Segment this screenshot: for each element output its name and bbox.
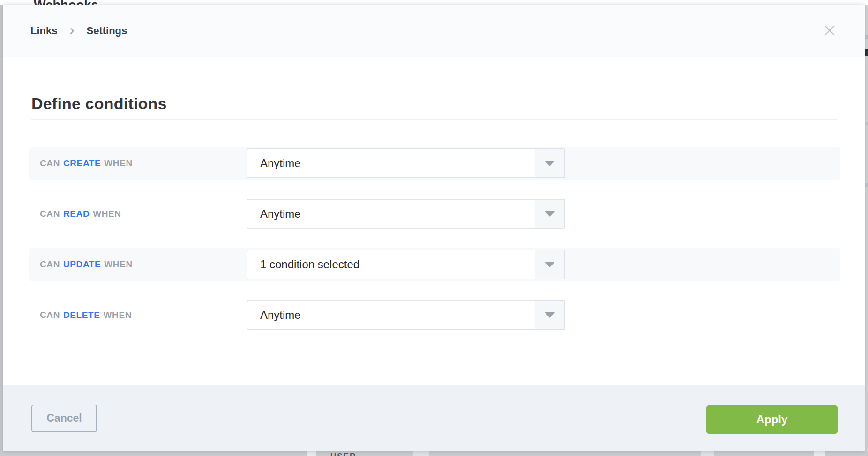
close-button[interactable] [823, 24, 837, 38]
dropdown-caret-area[interactable] [535, 200, 564, 228]
label-prefix: CAN [40, 158, 60, 169]
background-table-column [307, 451, 316, 456]
condition-row-label: CAN CREATE WHEN [40, 147, 133, 180]
dropdown-selected-value: Anytime [247, 157, 301, 170]
delete-condition-dropdown[interactable]: Anytime [247, 300, 565, 330]
chevron-down-icon [545, 312, 555, 318]
modal-header: Links › Settings [3, 5, 865, 57]
label-prefix: CAN [40, 310, 60, 320]
condition-row-delete: CAN DELETE WHEN Anytime [29, 299, 840, 331]
label-suffix: WHEN [93, 209, 121, 219]
dropdown-selected-value: Anytime [247, 309, 301, 322]
background-gridline [865, 183, 868, 187]
background-table-column [413, 451, 429, 456]
dropdown-caret-area[interactable] [535, 149, 564, 177]
title-divider [31, 119, 837, 120]
background-table-column [814, 451, 825, 456]
label-prefix: CAN [40, 259, 60, 270]
background-page-left-sliver [0, 5, 3, 451]
screen: Webhooks USER Links › Settings [0, 0, 868, 456]
breadcrumb-item-links[interactable]: Links [30, 25, 57, 37]
background-table-column [701, 451, 714, 456]
chevron-right-icon: › [69, 25, 74, 35]
condition-row-label: CAN DELETE WHEN [40, 299, 132, 331]
condition-row-update: CAN UPDATE WHEN 1 condition selected [29, 248, 840, 281]
background-page-bottom-sliver: USER [0, 451, 868, 456]
read-condition-dropdown[interactable]: Anytime [247, 199, 565, 229]
background-table-header-fragment: USER [330, 452, 356, 456]
label-prefix: CAN [40, 209, 60, 219]
dropdown-caret-area[interactable] [535, 301, 564, 329]
background-page-top-sliver: Webhooks [0, 0, 868, 5]
label-action: UPDATE [63, 259, 101, 270]
chevron-down-icon [545, 262, 555, 267]
breadcrumb: Links › Settings [30, 25, 127, 37]
background-gridline [865, 122, 868, 125]
update-condition-dropdown[interactable]: 1 condition selected [247, 250, 565, 279]
background-gridline [865, 35, 868, 39]
label-suffix: WHEN [104, 158, 132, 169]
chevron-down-icon [545, 211, 555, 217]
close-icon [824, 25, 835, 37]
settings-modal: Links › Settings Define conditions CAN [3, 5, 865, 451]
condition-row-read: CAN READ WHEN Anytime [29, 198, 840, 230]
background-text-fragment [865, 49, 868, 56]
dropdown-caret-area[interactable] [535, 250, 564, 279]
label-action: CREATE [63, 158, 101, 169]
condition-row-create: CAN CREATE WHEN Anytime [29, 147, 840, 180]
label-action: DELETE [63, 310, 100, 320]
label-suffix: WHEN [104, 310, 132, 320]
breadcrumb-item-settings[interactable]: Settings [86, 25, 127, 37]
background-page-title-fragment: Webhooks [34, 0, 98, 5]
chevron-down-icon [545, 161, 555, 166]
dropdown-selected-value: Anytime [247, 207, 301, 221]
create-condition-dropdown[interactable]: Anytime [247, 148, 565, 178]
condition-rows: CAN CREATE WHEN Anytime CAN READ WHEN [3, 147, 865, 331]
condition-row-label: CAN UPDATE WHEN [40, 248, 133, 281]
background-page-right-sliver [865, 5, 868, 456]
page-title: Define conditions [31, 93, 865, 114]
label-suffix: WHEN [104, 259, 132, 270]
apply-button[interactable]: Apply [706, 405, 838, 434]
dropdown-selected-value: 1 condition selected [247, 258, 359, 271]
cancel-button[interactable]: Cancel [31, 405, 97, 432]
condition-row-label: CAN READ WHEN [40, 198, 121, 230]
modal-footer: Cancel Apply [3, 385, 865, 451]
label-action: READ [63, 209, 90, 219]
